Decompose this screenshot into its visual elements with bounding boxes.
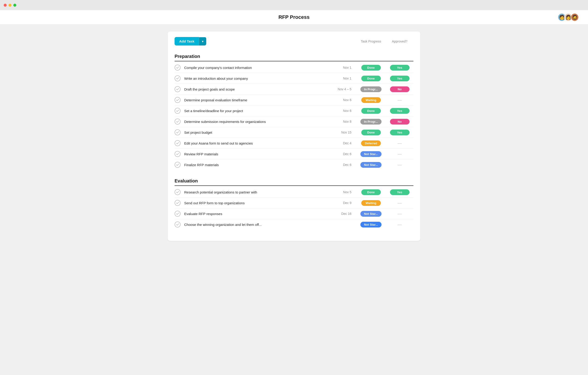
table-row[interactable]: Finalize RFP materialsDec 6Not Star...—	[175, 160, 413, 170]
progress-badge[interactable]: Not Star...	[360, 162, 382, 168]
task-check-icon[interactable]	[175, 151, 180, 157]
task-check-icon[interactable]	[175, 189, 180, 195]
progress-badge[interactable]: Done	[361, 75, 381, 81]
task-progress-cell: Not Star...	[356, 222, 386, 227]
task-approved-cell: Yes	[386, 189, 413, 195]
task-name: Draft the project goals and scope	[184, 87, 328, 91]
add-task-button[interactable]: Add Task	[175, 37, 199, 45]
avatar-3[interactable]: 🧔	[571, 13, 579, 21]
table-row[interactable]: Determine submission requirements for or…	[175, 116, 413, 127]
column-headers: Task Progress Approved?	[356, 40, 413, 43]
task-name: Review RFP materials	[184, 152, 328, 156]
task-approved-cell: —	[386, 98, 413, 102]
task-name: Send out RFP form to top organizations	[184, 201, 328, 205]
approved-dash: —	[398, 98, 402, 102]
add-task-group: Add Task ▾	[175, 37, 206, 45]
table-row[interactable]: Review RFP materialsDec 6Not Star...—	[175, 149, 413, 160]
task-date: Nov 15	[328, 130, 351, 134]
task-check-icon[interactable]	[175, 211, 180, 217]
progress-badge[interactable]: Deferred	[361, 140, 381, 146]
task-date: Dec 6	[328, 163, 351, 167]
table-row[interactable]: Set a timeline/deadline for your project…	[175, 106, 413, 116]
task-approved-cell: —	[386, 222, 413, 227]
task-date: Dec 16	[328, 212, 351, 215]
minimize-button[interactable]	[9, 4, 11, 7]
table-row[interactable]: Choose the winning organization and let …	[175, 219, 413, 230]
table-row[interactable]: Draft the project goals and scopeNov 4 –…	[175, 84, 413, 95]
task-date: Dec 9	[328, 201, 351, 205]
approved-badge[interactable]: Yes	[390, 129, 410, 135]
progress-badge[interactable]: Not Star...	[360, 151, 382, 157]
app-header: RFP Process 🧑 👩 🧔	[0, 10, 588, 25]
progress-badge[interactable]: Not Star...	[360, 222, 382, 227]
task-name: Determine submission requirements for or…	[184, 120, 328, 124]
task-approved-cell: —	[386, 162, 413, 167]
task-approved-cell: Yes	[386, 65, 413, 71]
avatar-group: 🧑 👩 🧔	[558, 13, 579, 21]
approved-badge[interactable]: No	[390, 119, 410, 125]
progress-badge[interactable]: Done	[361, 108, 381, 114]
task-check-icon[interactable]	[175, 118, 180, 125]
task-approved-cell: No	[386, 86, 413, 92]
table-row[interactable]: Research potential organizations to part…	[175, 187, 413, 198]
task-progress-cell: Done	[356, 129, 386, 135]
task-name: Choose the winning organization and let …	[184, 223, 328, 226]
table-row[interactable]: Set project budgetNov 15DoneYes	[175, 127, 413, 138]
task-check-icon[interactable]	[175, 129, 180, 135]
task-progress-cell: Done	[356, 108, 386, 114]
table-row[interactable]: Compile your company's contact informati…	[175, 62, 413, 73]
table-row[interactable]: Evaluate RFP responsesDec 16Not Star...—	[175, 208, 413, 219]
task-progress-cell: Not Star...	[356, 151, 386, 157]
main-content: Add Task ▾ Task Progress Approved? Prepa…	[0, 25, 588, 248]
task-progress-cell: Done	[356, 189, 386, 195]
task-date: Dec 4	[328, 141, 351, 145]
table-row[interactable]: Determine proposal evaluation timeframeN…	[175, 95, 413, 106]
task-approved-cell: —	[386, 141, 413, 146]
task-check-icon[interactable]	[175, 140, 180, 146]
task-date: Nov 8	[328, 120, 351, 123]
table-row[interactable]: Send out RFP form to top organizationsDe…	[175, 198, 413, 208]
approved-badge[interactable]: Yes	[390, 189, 410, 195]
progress-badge[interactable]: Done	[361, 189, 381, 195]
task-date: Dec 6	[328, 152, 351, 156]
progress-badge[interactable]: Waiting	[361, 97, 381, 103]
progress-badge[interactable]: Waiting	[361, 200, 381, 206]
task-progress-cell: Waiting	[356, 200, 386, 206]
approved-badge[interactable]: Yes	[390, 65, 410, 71]
task-check-icon[interactable]	[175, 108, 180, 114]
task-approved-cell: Yes	[386, 75, 413, 81]
table-row[interactable]: Edit your Asana form to send out to agen…	[175, 138, 413, 149]
maximize-button[interactable]	[13, 4, 16, 7]
task-name: Set a timeline/deadline for your project	[184, 109, 328, 113]
task-approved-cell: Yes	[386, 108, 413, 114]
task-progress-cell: Deferred	[356, 140, 386, 146]
task-progress-cell: Done	[356, 75, 386, 81]
task-check-icon[interactable]	[175, 222, 180, 227]
sections-container: PreparationCompile your company's contac…	[175, 51, 413, 230]
task-progress-cell: In Progr...	[356, 119, 386, 125]
task-check-icon[interactable]	[175, 200, 180, 206]
task-name: Evaluate RFP responses	[184, 212, 328, 216]
task-date: Nov 1	[328, 76, 351, 80]
task-check-icon[interactable]	[175, 64, 180, 71]
progress-badge[interactable]: Not Star...	[360, 211, 382, 217]
progress-badge[interactable]: Done	[361, 65, 381, 71]
task-progress-cell: Not Star...	[356, 162, 386, 168]
task-name: Compile your company's contact informati…	[184, 66, 328, 70]
progress-badge[interactable]: In Progr...	[360, 86, 381, 92]
task-check-icon[interactable]	[175, 97, 180, 103]
table-row[interactable]: Write an introduction about your company…	[175, 73, 413, 84]
progress-badge[interactable]: Done	[361, 129, 381, 135]
approved-badge[interactable]: Yes	[390, 108, 410, 114]
toolbar: Add Task ▾ Task Progress Approved?	[175, 37, 413, 45]
task-check-icon[interactable]	[175, 86, 180, 92]
task-check-icon[interactable]	[175, 162, 180, 168]
approved-badge[interactable]: Yes	[390, 75, 410, 81]
task-check-icon[interactable]	[175, 75, 180, 81]
close-button[interactable]	[4, 4, 7, 7]
add-task-dropdown-button[interactable]: ▾	[199, 37, 206, 45]
task-name: Research potential organizations to part…	[184, 190, 328, 194]
progress-badge[interactable]: In Progr...	[360, 119, 381, 125]
task-approved-cell: No	[386, 119, 413, 125]
approved-badge[interactable]: No	[390, 86, 410, 92]
